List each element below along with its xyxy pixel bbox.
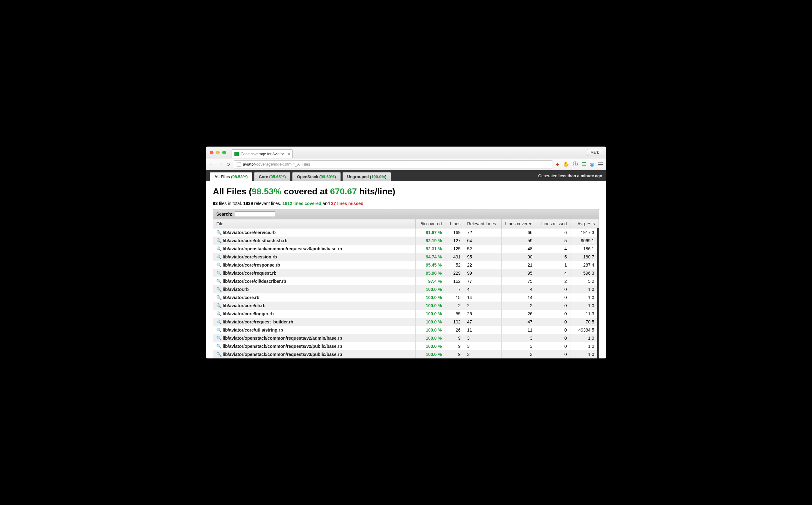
cell-pct: 100.0 %: [416, 302, 445, 310]
cell-relevant: 72: [464, 228, 501, 237]
cell-lines: 229: [445, 269, 464, 277]
url-host: aviator: [243, 162, 255, 167]
browser-tab[interactable]: Code coverage for Aviator ×: [231, 149, 293, 158]
cell-avg: 11.3: [570, 310, 598, 318]
cell-pct: 100.0 %: [416, 342, 445, 350]
cell-avg: 70.5: [570, 318, 598, 326]
cell-missed: 0: [536, 350, 570, 358]
table-row[interactable]: 🔍lib/aviator/core/utils/hashish.rb92.19 …: [213, 236, 599, 245]
cell-file: 🔍lib/aviator.rb: [213, 285, 416, 294]
magnifier-icon: 🔍: [216, 255, 221, 260]
cell-lines: 26: [445, 326, 464, 334]
table-row[interactable]: 🔍lib/aviator/core/request_builder.rb100.…: [213, 318, 599, 326]
cell-avg: 1917.3: [570, 228, 598, 237]
col-lines[interactable]: Lines: [445, 219, 464, 228]
table-row[interactable]: 🔍lib/aviator/core/utils/string.rb100.0 %…: [213, 326, 599, 334]
browser-toolbar: ← → ⟳ aviator/coverage/index.html#_AllFi…: [206, 158, 606, 170]
cell-covered: 66: [501, 228, 536, 237]
cell-relevant: 22: [464, 261, 501, 269]
window-controls: [210, 151, 226, 154]
coverage-tab-all-files[interactable]: All Files (98.53%): [210, 172, 252, 181]
cell-missed: 0: [536, 326, 570, 334]
table-row[interactable]: 🔍lib/aviator/core/request.rb95.96 %22999…: [213, 269, 599, 277]
coverage-tabsbar: All Files (98.53%)Core (95.65%)OpenStack…: [206, 170, 606, 181]
tab-close-icon[interactable]: ×: [288, 152, 290, 156]
cell-avg: 160.7: [570, 253, 598, 261]
forward-button[interactable]: →: [218, 161, 223, 168]
col-covered[interactable]: Lines covered: [501, 219, 536, 228]
table-row[interactable]: 🔍lib/aviator/core/response.rb95.45 %5222…: [213, 261, 599, 269]
cell-file: 🔍lib/aviator/core/utils/string.rb: [213, 326, 416, 334]
coverage-tab-openstack[interactable]: OpenStack (99.69%): [292, 172, 340, 181]
magnifier-icon: 🔍: [216, 303, 221, 308]
hand-icon[interactable]: ✋: [563, 161, 569, 167]
cell-missed: 5: [536, 236, 570, 245]
table-row[interactable]: 🔍lib/aviator/core/session.rb94.74 %49195…: [213, 253, 599, 261]
table-row[interactable]: 🔍lib/aviator/openstack/common/requests/v…: [213, 342, 599, 350]
close-window-button[interactable]: [210, 151, 213, 154]
cell-relevant: 14: [464, 294, 501, 302]
cell-covered: 48: [501, 245, 536, 253]
profile-button[interactable]: Mark: [587, 149, 602, 156]
browser-window: Code coverage for Aviator × Mark ← → ⟳ a…: [206, 147, 606, 358]
address-bar[interactable]: aviator/coverage/index.html#_AllFiles: [234, 160, 553, 168]
col-missed[interactable]: Lines missed: [536, 219, 570, 228]
heading-hits: 670.67: [330, 187, 357, 196]
cell-lines: 162: [445, 277, 464, 285]
magnifier-icon: 🔍: [216, 279, 221, 284]
extension-icon-2[interactable]: ☰: [582, 161, 586, 167]
nav-arrows: ← →: [209, 161, 223, 168]
table-row[interactable]: 🔍lib/aviator/core/cli.rb100.0 %22201.0: [213, 302, 599, 310]
cell-relevant: 47: [464, 318, 501, 326]
cell-covered: 11: [501, 326, 536, 334]
extension-icons: ♣ ✋ ⓘ ☰ ◉: [556, 161, 603, 168]
info-icon[interactable]: ⓘ: [573, 161, 578, 168]
cell-relevant: 95: [464, 253, 501, 261]
col-avg[interactable]: Avg. Hits: [570, 219, 598, 228]
camera-icon[interactable]: ◉: [590, 161, 594, 167]
cell-relevant: 52: [464, 245, 501, 253]
table-row[interactable]: 🔍lib/aviator/openstack/common/requests/v…: [213, 350, 599, 358]
menu-button[interactable]: [598, 163, 603, 166]
cell-covered: 21: [501, 261, 536, 269]
tab-title: Code coverage for Aviator: [241, 152, 284, 156]
search-input[interactable]: [235, 211, 275, 217]
titlebar: Code coverage for Aviator × Mark: [206, 147, 606, 158]
table-row[interactable]: 🔍lib/aviator.rb100.0 %74401.0: [213, 285, 599, 294]
coverage-tab-core[interactable]: Core (95.65%): [254, 172, 290, 181]
cell-pct: 100.0 %: [416, 285, 445, 294]
cell-file: 🔍lib/aviator/openstack/common/requests/v…: [213, 350, 416, 358]
table-row[interactable]: 🔍lib/aviator/core/cli/describer.rb97.4 %…: [213, 277, 599, 285]
table-row[interactable]: 🔍lib/aviator/openstack/common/requests/v…: [213, 245, 599, 253]
zoom-window-button[interactable]: [222, 151, 226, 154]
cell-avg: 1.0: [570, 342, 598, 350]
cell-relevant: 3: [464, 350, 501, 358]
table-row[interactable]: 🔍lib/aviator/core.rb100.0 %15141401.0: [213, 294, 599, 302]
heading-suffix: hits/line): [357, 187, 395, 196]
table-row[interactable]: 🔍lib/aviator/core/logger.rb100.0 %552626…: [213, 310, 599, 318]
table-row[interactable]: 🔍lib/aviator/core/service.rb91.67 %16972…: [213, 228, 599, 237]
col-file[interactable]: File: [213, 219, 416, 228]
col-relevant[interactable]: Relevant Lines: [464, 219, 501, 228]
extension-icon-1[interactable]: ♣: [556, 162, 559, 167]
cell-missed: 1: [536, 261, 570, 269]
minimize-window-button[interactable]: [216, 151, 220, 154]
cell-lines: 7: [445, 285, 464, 294]
magnifier-icon: 🔍: [216, 271, 221, 276]
cell-file: 🔍lib/aviator/core/session.rb: [213, 253, 416, 261]
summary-file-count: 93: [213, 201, 218, 206]
cell-relevant: 64: [464, 236, 501, 245]
back-button[interactable]: ←: [209, 161, 215, 168]
heading-pct: 98.53%: [252, 187, 281, 196]
cell-missed: 0: [536, 294, 570, 302]
reload-button[interactable]: ⟳: [226, 162, 231, 167]
cell-relevant: 11: [464, 326, 501, 334]
coverage-tab-ungrouped[interactable]: Ungrouped (100.0%): [343, 172, 391, 181]
magnifier-icon: 🔍: [216, 319, 221, 324]
col-pct[interactable]: % covered: [416, 219, 445, 228]
cell-covered: 2: [501, 302, 536, 310]
heading-mid: covered at: [281, 187, 330, 196]
table-row[interactable]: 🔍lib/aviator/openstack/common/requests/v…: [213, 334, 599, 342]
cell-lines: 15: [445, 294, 464, 302]
cell-lines: 9: [445, 334, 464, 342]
